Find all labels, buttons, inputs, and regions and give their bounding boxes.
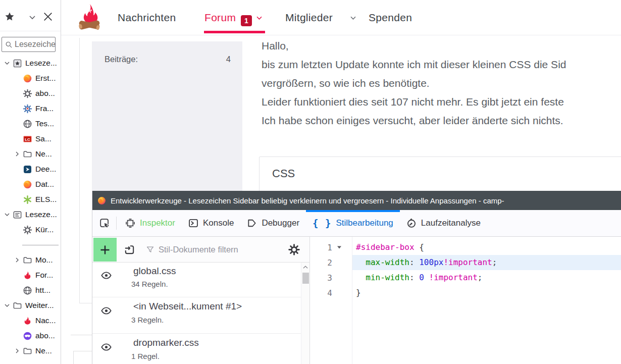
bookmark-label: Nac... [35, 316, 56, 325]
devtools-tabbar: Inspektor Konsole Debugger { } Stilbearb… [92, 210, 621, 237]
pick-element-icon[interactable] [95, 214, 114, 233]
line-number[interactable]: 2 [310, 255, 352, 270]
bookmark-label: abo... [35, 89, 55, 98]
scroll-up-icon[interactable] [302, 264, 309, 270]
style-editor-toolbar: Stil-Dokumente filtern [92, 237, 310, 263]
style-editor-icon: { } [313, 218, 331, 229]
code-line[interactable]: } [352, 285, 621, 300]
bookmark-label: Erst... [35, 74, 56, 83]
gear-icon [22, 225, 32, 235]
page-section-border [73, 351, 74, 364]
bookmark-label: Leseze... [25, 210, 57, 219]
new-stylesheet-button[interactable] [93, 238, 117, 262]
fold-caret-icon[interactable] [337, 245, 342, 249]
bookmark-folder-item[interactable]: Leseze... [0, 207, 61, 222]
tab-debugger[interactable]: Debugger [240, 210, 306, 236]
bookmark-label: Dat... [35, 180, 54, 189]
chevron-down-icon[interactable] [2, 213, 12, 217]
tab-inspektor[interactable]: Inspektor [119, 210, 182, 236]
bookmark-folder-item[interactable]: Ne... [0, 146, 61, 162]
stylesheet-rule-count: 1 Regel. [131, 352, 160, 360]
bookmarks-toolbar-folder-icon [12, 59, 22, 68]
bookmark-item[interactable]: abo... [0, 328, 61, 343]
lc-badge-icon: LC [22, 134, 32, 144]
private-mask-icon [22, 331, 32, 341]
sidebar-switcher-chevron-down-icon[interactable] [29, 15, 36, 20]
tab-stilbearbeitung[interactable]: { } Stilbearbeitung [306, 210, 400, 236]
bookmark-folder-item[interactable]: Weiter... [0, 298, 61, 313]
bookmark-item[interactable]: htt... [0, 283, 61, 298]
stylesheet-item[interactable]: dropmarker.css1 Regel. [92, 334, 301, 364]
chevron-right-icon[interactable] [12, 257, 22, 263]
campfire-logo[interactable] [75, 4, 104, 33]
code-line[interactable]: #sidebar-box { [352, 240, 621, 255]
gear-icon [22, 89, 32, 98]
bookmark-item[interactable]: For... [0, 268, 61, 283]
line-number[interactable]: 3 [310, 270, 352, 285]
stylesheet-name: global.css [133, 266, 176, 277]
stylesheet-list-scrollbar[interactable] [301, 263, 309, 364]
chevron-right-icon[interactable] [12, 151, 22, 157]
nav-mitglieder[interactable]: Mitglieder [285, 0, 333, 35]
css-source-editor[interactable]: 1234 #sidebar-box { max-width: 100px!imp… [310, 237, 621, 364]
filter-stylesheets-input[interactable]: Stil-Dokumente filtern [159, 237, 238, 263]
nav-nachrichten[interactable]: Nachrichten [118, 0, 176, 35]
bookmark-label: Ne... [35, 346, 52, 355]
code-line[interactable]: min-width: 0 !important; [352, 270, 621, 285]
import-stylesheet-icon[interactable] [124, 244, 135, 255]
tab-laufzeitanalyse[interactable]: Laufzeitanalyse [400, 210, 487, 236]
toggle-visibility-eye-icon[interactable] [100, 305, 112, 317]
bookmark-item[interactable]: Dat... [0, 177, 61, 192]
bookmark-folder-item[interactable]: Ne... [0, 343, 61, 358]
chevron-right-icon[interactable] [12, 348, 22, 354]
forum-chevron-down-icon[interactable] [256, 16, 263, 20]
bookmark-label: ELS... [35, 195, 57, 204]
toggle-visibility-eye-icon[interactable] [100, 270, 112, 281]
bookmark-item[interactable]: Nac... [0, 313, 61, 328]
bookmark-item[interactable]: Kür... [0, 222, 61, 237]
mitglieder-chevron-down-icon[interactable] [350, 16, 356, 20]
gear-icon[interactable] [288, 244, 300, 255]
bookmark-item[interactable]: LCSa... [0, 131, 61, 146]
bookmark-label: Fra... [35, 104, 54, 113]
nav-spenden[interactable]: Spenden [369, 0, 412, 35]
flame-icon [22, 271, 32, 280]
bookmarks-star-icon[interactable] [4, 11, 15, 22]
line-number[interactable]: 1 [310, 240, 352, 255]
chevron-down-icon[interactable] [2, 303, 12, 307]
folder-icon [12, 301, 22, 310]
tab-konsole[interactable]: Konsole [182, 210, 240, 236]
bookmark-item[interactable]: Fra... [0, 101, 61, 116]
tabbar-separator [116, 217, 117, 230]
line-number[interactable]: 4 [310, 285, 352, 300]
arrow-badge-icon [22, 165, 32, 174]
bookmarks-sidebar: Leseze...Erst...abo...Fra...Tes...LCSa..… [0, 0, 61, 364]
active-tab-indicator [306, 210, 400, 212]
toggle-visibility-eye-icon[interactable] [100, 341, 112, 353]
chevron-down-icon[interactable] [2, 61, 12, 65]
code-line[interactable]: max-width: 100px!important; [352, 255, 621, 270]
bookmarks-search-box[interactable] [2, 37, 56, 52]
performance-icon [406, 218, 417, 228]
sidebar-close-icon[interactable] [42, 11, 54, 22]
bookmark-item[interactable]: Erst... [0, 71, 61, 86]
post-line: bis zum letzten Update konnte ich mit di… [262, 55, 621, 74]
bookmarks-search-input[interactable] [15, 40, 56, 49]
bookmark-item[interactable]: abo... [0, 86, 61, 101]
bookmark-item[interactable]: Tes... [0, 116, 61, 131]
scrollbar-thumb[interactable] [302, 273, 309, 284]
bookmark-item[interactable]: Dee... [0, 162, 61, 177]
forum-active-underline [204, 31, 265, 33]
bookmark-folder-item[interactable]: Mo... [0, 252, 61, 268]
bookmark-item[interactable]: ELS... [0, 192, 61, 207]
stylesheet-item[interactable]: <in Webseit...kument #1>3 Regeln. [92, 297, 301, 334]
editor-code[interactable]: #sidebar-box { max-width: 100px!importan… [352, 237, 621, 364]
bookmark-folder-item[interactable]: Leseze... [0, 56, 61, 71]
devtools-window-title: Entwicklerwerkzeuge - Lesezeichen Sideba… [111, 196, 504, 205]
nav-forum[interactable]: Forum [204, 0, 236, 35]
stylesheet-item[interactable]: global.css34 Regeln. [92, 263, 301, 297]
stylesheet-name: dropmarker.css [133, 337, 199, 348]
stylesheet-list: global.css34 Regeln.<in Webseit...kument… [92, 263, 301, 364]
svg-text:LC: LC [25, 137, 30, 141]
devtools-titlebar[interactable]: Entwicklerwerkzeuge - Lesezeichen Sideba… [92, 191, 621, 210]
